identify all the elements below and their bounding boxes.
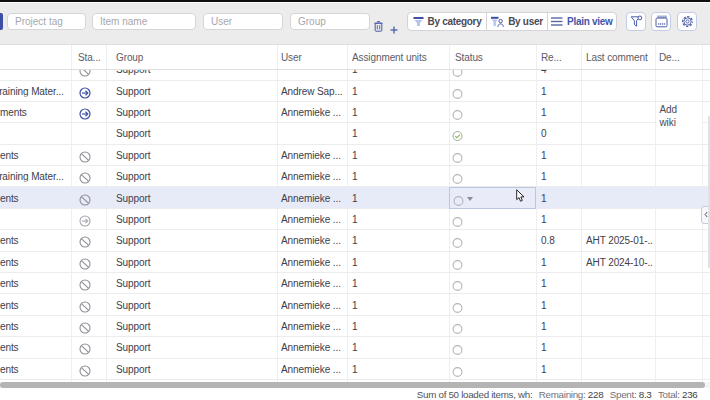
table-row[interactable]: Training Mater... Support Andrew Sap... … [0, 81, 710, 102]
column-header-status-tree[interactable]: Sta... [78, 51, 101, 62]
status-cell-icon[interactable] [452, 320, 463, 331]
table-row[interactable]: ents Support Annemieke ... 1 0.8 AHT 202… [0, 230, 710, 251]
user-filter-input[interactable] [203, 13, 283, 31]
filter-icon [630, 15, 643, 28]
ban-icon [79, 279, 91, 291]
table-row[interactable]: Training Mater... Support Annemieke ... … [0, 166, 710, 187]
item-status-icon [79, 320, 91, 332]
filter-toolbar: By category By user Plain view [0, 3, 710, 45]
status-cell-icon[interactable] [452, 278, 463, 289]
ban-icon [79, 236, 91, 248]
total-value: 236 [682, 389, 697, 400]
item-name-text: ents [0, 256, 19, 267]
item-name-text: ents [0, 235, 19, 246]
assignment-units-cell: 1 [352, 70, 357, 75]
calendar-button[interactable] [651, 12, 671, 31]
table-row[interactable]: ents Support Annemieke ... 1 1 [0, 145, 710, 166]
table-row[interactable]: ents Support Annemieke ... 1 1 [0, 337, 710, 358]
item-name-cell [0, 70, 70, 75]
open-status-icon [452, 259, 463, 270]
ban-icon [79, 194, 91, 206]
table-row[interactable]: Support 1 0 [0, 123, 710, 144]
selected-status-cell[interactable] [449, 187, 536, 209]
status-cell-icon[interactable] [452, 342, 463, 353]
by-user-button[interactable]: By user [486, 12, 548, 31]
status-cell-icon[interactable] [452, 214, 463, 225]
table-row[interactable]: ents Support Annemieke ... 1 1 [0, 359, 710, 380]
status-cell-icon[interactable] [452, 149, 463, 160]
assignment-units-cell: 1 [352, 149, 357, 160]
open-status-icon [452, 345, 463, 356]
column-header-assignment-units[interactable]: Assignment units [352, 51, 427, 62]
assignment-units-cell: 1 [352, 320, 357, 331]
filter-settings-button[interactable] [626, 12, 646, 31]
plain-view-label: Plain view [567, 16, 612, 27]
item-name-text: ents [0, 363, 19, 374]
horizontal-scrollbar-thumb[interactable] [0, 382, 705, 388]
item-name-text: ments [0, 107, 27, 118]
user-cell: Annemieke ... [281, 299, 345, 310]
trash-icon[interactable] [374, 18, 383, 29]
item-name-text: ents [0, 192, 19, 203]
ban-icon [79, 343, 91, 355]
column-header-user[interactable]: User [281, 51, 302, 62]
assignment-units-cell: 1 [352, 342, 357, 353]
remaining-cell: 1 [541, 342, 546, 353]
item-name-cell: ents [0, 320, 70, 331]
plain-view-button[interactable]: Plain view [547, 12, 617, 31]
plus-icon[interactable] [390, 20, 398, 28]
item-name-text: ents [0, 149, 19, 160]
status-cell-icon[interactable] [452, 171, 463, 182]
table-row[interactable]: ents Support Annemieke ... 1 1 [0, 294, 710, 315]
table-row[interactable]: ents Support Annemieke ... 1 1 [0, 187, 710, 208]
item-status-icon [79, 149, 91, 161]
status-cell-icon[interactable] [452, 85, 463, 96]
item-name-cell: ents [0, 363, 70, 374]
by-category-button[interactable]: By category [407, 12, 487, 31]
status-cell-icon[interactable] [452, 363, 463, 374]
status-cell-icon[interactable] [452, 70, 463, 75]
status-cell-icon[interactable] [452, 299, 463, 310]
table-row[interactable]: ents Support Annemieke ... 1 1 [0, 273, 710, 294]
table-row[interactable]: Support 1 4 [0, 70, 710, 81]
column-header-last-comment[interactable]: Last comment [586, 51, 648, 62]
column-header-remaining[interactable]: Re... [541, 51, 562, 62]
funnel-person-icon [491, 16, 504, 27]
status-cell-icon[interactable] [452, 235, 463, 246]
table-row[interactable]: ents Support Annemieke ... 1 1 AHT 2024-… [0, 252, 710, 273]
item-name-cell: ents [0, 149, 70, 160]
assignment-units-cell: 1 [352, 128, 357, 139]
table-row[interactable]: ments Support Annemieke ... 1 1 Add wiki [0, 102, 710, 123]
user-cell: Annemieke ... [281, 235, 345, 246]
project-tag-filter-input[interactable] [7, 13, 86, 31]
done-status-icon [452, 131, 463, 142]
table-row[interactable]: ents Support Annemieke ... 1 1 [0, 316, 710, 337]
table-row[interactable]: Support Annemieke ... 1 1 [0, 209, 710, 230]
group-cell: Support [116, 107, 150, 118]
group-filter-input[interactable] [290, 13, 370, 31]
assignment-units-cell: 1 [352, 107, 357, 118]
remaining-cell: 1 [541, 299, 546, 310]
status-cell-icon[interactable] [452, 107, 463, 118]
remaining-cell: 1 [541, 192, 546, 203]
item-name-filter-input[interactable] [92, 13, 196, 31]
column-header-group[interactable]: Group [116, 51, 143, 62]
item-name-text: ents [0, 278, 19, 289]
item-name-text: Training Mater... [0, 85, 64, 96]
column-header-description[interactable]: De... [659, 51, 680, 62]
arrow-right-circle-icon [79, 87, 91, 99]
gear-button[interactable] [677, 12, 697, 31]
group-cell: Support [116, 149, 150, 160]
status-cell-icon[interactable] [452, 256, 463, 267]
column-header-status[interactable]: Status [455, 51, 483, 62]
item-status-icon [79, 213, 91, 225]
status-cell-icon[interactable] [452, 128, 463, 139]
open-status-icon [453, 196, 464, 207]
by-user-label: By user [508, 16, 543, 27]
item-status-icon [79, 192, 91, 204]
group-cell: Support [116, 256, 150, 267]
remaining-value: 228 [588, 389, 603, 400]
ban-icon [79, 301, 91, 313]
total-label: Total: [658, 389, 680, 400]
item-name-text: ents [0, 299, 19, 310]
